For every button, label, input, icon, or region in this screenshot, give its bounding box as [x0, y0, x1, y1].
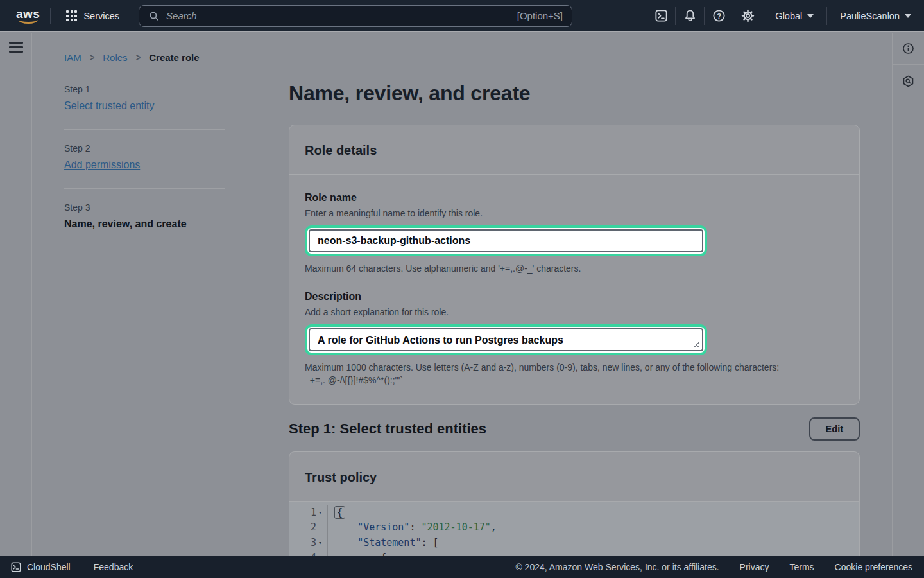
- left-rail: [0, 33, 32, 556]
- settings-button[interactable]: [733, 3, 762, 29]
- cloudshell-label: CloudShell: [27, 562, 71, 572]
- page-content: IAM > Roles > Create role Step 1 Select …: [0, 33, 924, 556]
- role-name-highlight-ring: [305, 225, 707, 256]
- resources-panel-button[interactable]: [893, 65, 924, 97]
- resources-hexagon-icon: [902, 74, 915, 88]
- breadcrumb: IAM > Roles > Create role: [64, 52, 200, 63]
- code-line: 1▾{: [289, 505, 859, 520]
- caret-down-icon: [807, 14, 814, 18]
- svg-text:?: ?: [717, 12, 721, 20]
- footer-bar: CloudShell Feedback © 2024, Amazon Web S…: [0, 556, 924, 578]
- chevron-right-icon: >: [136, 51, 141, 64]
- caret-down-icon: [905, 14, 911, 18]
- line-number: 4: [311, 552, 316, 556]
- cookie-preferences-link[interactable]: Cookie preferences: [835, 562, 912, 572]
- code-line: 4▾ {: [289, 550, 859, 557]
- footer-feedback-button[interactable]: Feedback: [94, 562, 133, 572]
- step-1-link[interactable]: Select trusted entity: [64, 100, 155, 112]
- right-rail: [892, 33, 924, 556]
- aws-logo-text: aws: [16, 8, 40, 19]
- role-name-label: Role name: [305, 192, 844, 204]
- description-hint: Maximum 1000 characters. Use letters (A-…: [305, 361, 844, 387]
- line-number: 3: [311, 537, 316, 548]
- description-hint-line2: _+=,. @-/\[{}]!#$%^*():;'"`: [305, 374, 844, 387]
- line-number: 1: [311, 507, 316, 518]
- step-2-link[interactable]: Add permissions: [64, 159, 140, 171]
- feedback-label: Feedback: [94, 562, 133, 572]
- cloudshell-terminal-icon: [654, 8, 669, 23]
- line-number: 2: [311, 521, 316, 533]
- grid-menu-icon: [66, 10, 77, 21]
- role-name-helper: Enter a meaningful name to identify this…: [305, 208, 844, 218]
- aws-logo[interactable]: aws: [16, 8, 40, 24]
- role-name-input[interactable]: [309, 229, 703, 252]
- breadcrumb-current: Create role: [149, 52, 199, 63]
- cloudshell-terminal-icon: [10, 561, 22, 573]
- fold-caret-icon[interactable]: ▾: [316, 509, 324, 516]
- step-divider: [64, 188, 225, 189]
- section-title: Step 1: Select trusted entities: [289, 421, 486, 437]
- global-search[interactable]: [Option+S]: [139, 5, 572, 27]
- terms-link[interactable]: Terms: [789, 562, 814, 572]
- trust-policy-card: Trust policy 1▾{2 "Version": "2012-10-17…: [289, 451, 860, 556]
- code-line: 2 "Version": "2012-10-17",: [289, 520, 859, 536]
- code-text: "Version": "2012-10-17",: [328, 521, 497, 533]
- region-selector[interactable]: Global: [762, 11, 826, 21]
- breadcrumb-iam-link[interactable]: IAM: [64, 52, 81, 63]
- privacy-link[interactable]: Privacy: [740, 562, 769, 572]
- sidebar-menu-button[interactable]: [9, 42, 23, 53]
- step-number-label: Step 3: [64, 202, 225, 213]
- role-name-hint: Maximum 64 characters. Use alphanumeric …: [305, 262, 844, 275]
- top-navigation-bar: aws Services [Option+S] ? Global: [0, 0, 924, 32]
- description-label: Description: [305, 291, 844, 302]
- region-label: Global: [775, 11, 802, 21]
- services-menu-button[interactable]: Services: [61, 6, 124, 25]
- search-input[interactable]: [166, 10, 517, 21]
- wizard-steps: Step 1 Select trusted entity Step 2 Add …: [64, 84, 225, 230]
- info-panel-button[interactable]: [893, 33, 924, 65]
- description-helper: Add a short explanation for this role.: [305, 307, 844, 317]
- wizard-step-2: Step 2 Add permissions: [64, 143, 225, 171]
- description-highlight-ring: A role for GitHub Actions to run Postgre…: [305, 324, 707, 355]
- trust-policy-title: Trust policy: [289, 452, 859, 502]
- question-circle-icon: ?: [712, 8, 726, 23]
- copyright-text: © 2024, Amazon Web Services, Inc. or its…: [515, 562, 719, 572]
- notifications-button[interactable]: [676, 3, 704, 29]
- role-details-title: Role details: [289, 125, 859, 175]
- user-menu[interactable]: PaulieScanlon: [827, 11, 914, 21]
- description-textarea[interactable]: A role for GitHub Actions to run Postgre…: [309, 328, 703, 351]
- user-name-label: PaulieScanlon: [840, 11, 900, 21]
- code-line: 3▾ "Statement": [: [289, 535, 859, 550]
- role-details-card: Role details Role name Enter a meaningfu…: [289, 125, 860, 405]
- code-lines: 1▾{2 "Version": "2012-10-17",3▾ "Stateme…: [289, 505, 859, 556]
- breadcrumb-roles-link[interactable]: Roles: [103, 52, 127, 63]
- info-circle-icon: [902, 42, 915, 55]
- edit-button[interactable]: Edit: [809, 417, 860, 441]
- search-shortcut-hint: [Option+S]: [517, 10, 563, 21]
- code-text: "Statement": [: [328, 537, 439, 548]
- cloudshell-button[interactable]: [647, 3, 675, 29]
- trusted-entities-section-header: Step 1: Select trusted entities Edit: [289, 417, 860, 441]
- bell-icon: [683, 8, 697, 23]
- help-button[interactable]: ?: [705, 3, 733, 29]
- topbar-divider: [50, 8, 51, 24]
- chevron-right-icon: >: [90, 51, 95, 64]
- fold-caret-icon[interactable]: ▾: [316, 539, 324, 546]
- wizard-step-3: Step 3 Name, review, and create: [64, 202, 225, 230]
- code-text: {: [328, 552, 386, 556]
- aws-smile-icon: [19, 19, 38, 24]
- step-number-label: Step 1: [64, 84, 225, 94]
- step-number-label: Step 2: [64, 143, 225, 153]
- hamburger-icon: [9, 42, 23, 44]
- gear-icon: [740, 8, 755, 23]
- page-title: Name, review, and create: [289, 82, 860, 105]
- code-text: {: [328, 507, 345, 518]
- services-label: Services: [83, 11, 119, 21]
- main-content: Name, review, and create Role details Ro…: [289, 33, 860, 556]
- step-divider: [64, 129, 225, 130]
- trust-policy-code-editor[interactable]: 1▾{2 "Version": "2012-10-17",3▾ "Stateme…: [289, 502, 859, 556]
- search-magnifier-icon: [148, 10, 160, 22]
- step-3-current: Name, review, and create: [64, 218, 225, 230]
- wizard-step-1: Step 1 Select trusted entity: [64, 84, 225, 112]
- footer-cloudshell-button[interactable]: CloudShell: [10, 561, 71, 573]
